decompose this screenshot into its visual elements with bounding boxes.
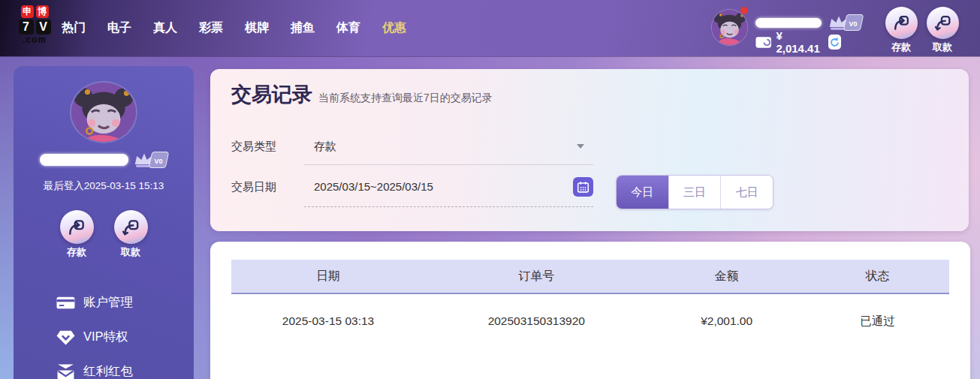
chevron-down-icon[interactable]: [577, 144, 584, 149]
top-nav: 申 博 7 V .com 热门 电子 真人 彩票 棋牌 捕鱼 体育 优惠: [0, 0, 980, 56]
date-range-button-group: 今日 三日 七日: [616, 175, 773, 209]
range-button-3days[interactable]: 三日: [668, 176, 721, 209]
logo-v: V: [36, 20, 51, 35]
sidebar-item-redpacket[interactable]: 红利红包: [14, 354, 194, 379]
type-filter-label: 交易类型: [231, 138, 304, 154]
user-identity-row: V0: [755, 14, 862, 31]
type-select[interactable]: 存款: [304, 138, 593, 165]
nav-menu: 热门 电子 真人 彩票 棋牌 捕鱼 体育 优惠: [62, 0, 406, 56]
filter-row-type: 交易类型 存款: [231, 138, 593, 165]
sidebar-item-label: 红利红包: [83, 363, 133, 379]
page-subtitle: 当前系统支持查询最近7日的交易记录: [318, 92, 493, 105]
withdraw-arrow-icon: [933, 14, 952, 32]
filter-row-date: 交易日期 2025/03/15~2025/03/15: [231, 179, 593, 207]
sidebar-avatar-illustration: [71, 83, 136, 142]
wallet-icon: [755, 36, 771, 49]
nav-item-slots[interactable]: 电子: [107, 20, 131, 36]
col-header-status: 状态: [806, 269, 949, 284]
logo-char-2: 博: [36, 5, 49, 18]
sidebar-actions: 存款 取款: [58, 210, 149, 259]
date-range-input[interactable]: 2025/03/15~2025/03/15: [304, 179, 593, 207]
col-header-amount: 金额: [647, 269, 805, 284]
calendar-icon: [577, 181, 590, 194]
withdraw-arrow-icon: [121, 218, 140, 237]
sidebar-item-label: 账户管理: [83, 294, 133, 311]
notification-dot: [740, 7, 748, 14]
nav-item-promo[interactable]: 优惠: [382, 20, 406, 36]
withdraw-label: 取款: [924, 41, 960, 54]
deposit-circle: [60, 210, 94, 244]
vip-level-badge: V0: [843, 14, 864, 31]
col-header-order: 订单号: [425, 269, 647, 284]
deposit-arrow-icon: [892, 14, 911, 32]
deposit-button-side[interactable]: 存款: [58, 210, 95, 259]
refresh-icon: [829, 37, 840, 48]
deposit-circle: [885, 7, 918, 39]
vip-gem-icon: [56, 329, 75, 345]
red-packet-icon: [56, 364, 75, 379]
sidebar-item-account[interactable]: 账户管理: [14, 285, 194, 320]
cell-amount: ¥2,001.00: [647, 314, 805, 328]
sidebar: V0 最后登入2025-03-15 15:13 存款: [14, 66, 194, 379]
balance-amount: ¥ 2,014.41: [776, 29, 823, 55]
bank-card-icon: [56, 295, 75, 311]
deposit-label: 存款: [58, 245, 95, 259]
transaction-filter-panel: 交易记录 当前系统支持查询最近7日的交易记录 交易类型 存款 交易日期 2025…: [210, 69, 969, 231]
withdraw-button-top[interactable]: 取款: [924, 7, 960, 54]
withdraw-button-side[interactable]: 取款: [112, 210, 149, 259]
type-select-value: 存款: [314, 140, 336, 152]
vip-level-badge: V0: [149, 152, 170, 168]
last-login-text: 最后登入2025-03-15 15:13: [44, 179, 164, 193]
deposit-button-top[interactable]: 存款: [883, 7, 919, 54]
withdraw-circle: [927, 7, 959, 39]
page: 申 博 7 V .com 热门 电子 真人 彩票 棋牌 捕鱼 体育 优惠: [0, 0, 980, 379]
calendar-button[interactable]: [573, 177, 593, 197]
logo-row-7v: 7 V: [19, 20, 51, 35]
deposit-arrow-icon: [67, 218, 86, 237]
transaction-table: 日期 订单号 金额 状态 2025-03-15 03:13 2025031503…: [231, 260, 949, 348]
range-button-7days[interactable]: 七日: [720, 176, 773, 209]
site-logo[interactable]: 申 博 7 V .com: [14, 5, 56, 44]
page-title: 交易记录: [231, 81, 312, 108]
username-redacted: [40, 154, 128, 166]
nav-item-cards[interactable]: 棋牌: [245, 20, 269, 36]
logo-char-1: 申: [21, 5, 34, 18]
date-range-value: 2025/03/15~2025/03/15: [314, 180, 433, 193]
cell-status: 已通过: [806, 314, 949, 329]
nav-item-fishing[interactable]: 捕鱼: [291, 20, 315, 36]
nav-item-hot[interactable]: 热门: [62, 20, 86, 36]
table-row: 2025-03-15 03:13 202503150313920 ¥2,001.…: [231, 294, 949, 348]
title-row: 交易记录 当前系统支持查询最近7日的交易记录: [231, 81, 493, 108]
table-header-row: 日期 订单号 金额 状态: [231, 260, 949, 294]
sidebar-menu: 账户管理 VIP特权 红利红包: [14, 285, 194, 379]
nav-item-sports[interactable]: 体育: [336, 20, 360, 36]
col-header-date: 日期: [231, 269, 425, 284]
refresh-balance-button[interactable]: [828, 35, 842, 50]
nav-item-live[interactable]: 真人: [153, 20, 177, 36]
logo-com: .com: [23, 36, 47, 44]
deposit-label: 存款: [883, 41, 919, 54]
sidebar-identity-row: V0: [40, 152, 167, 168]
cell-order-no: 202503150313920: [425, 314, 647, 328]
username-redacted: [755, 18, 822, 28]
logo-7: 7: [19, 20, 34, 35]
avatar-illustration: [712, 10, 747, 45]
cell-date: 2025-03-15 03:13: [231, 314, 425, 328]
range-button-today[interactable]: 今日: [617, 176, 668, 209]
withdraw-label: 取款: [112, 245, 149, 259]
balance-row: ¥ 2,014.41: [755, 29, 841, 55]
date-filter-label: 交易日期: [231, 179, 304, 194]
nav-item-lottery[interactable]: 彩票: [199, 20, 223, 36]
withdraw-circle: [114, 210, 148, 244]
transaction-table-panel: 日期 订单号 金额 状态 2025-03-15 03:13 2025031503…: [210, 242, 970, 379]
sidebar-item-vip[interactable]: VIP特权: [14, 320, 194, 354]
sidebar-avatar[interactable]: [71, 83, 136, 142]
avatar[interactable]: [712, 10, 747, 45]
sidebar-item-label: VIP特权: [83, 329, 128, 345]
logo-row-cn: 申 博: [21, 5, 49, 18]
